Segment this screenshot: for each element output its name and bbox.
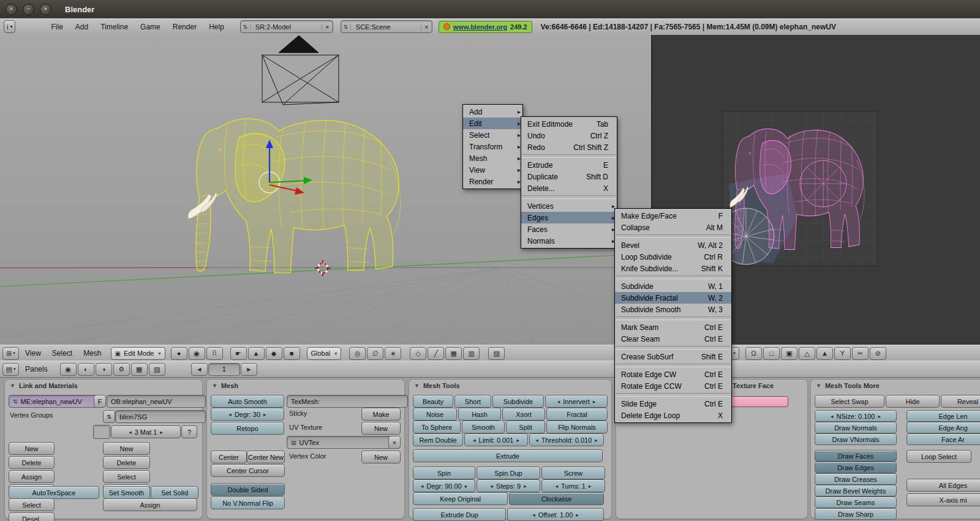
mesh-tools-more-button[interactable]: Select Swap [815, 395, 884, 408]
mesh-tools-more-button[interactable]: Draw Faces [815, 450, 897, 462]
panels-menu[interactable]: Panels [25, 365, 48, 373]
menubar-item[interactable]: Render [173, 23, 197, 31]
menu-item[interactable] [522, 154, 616, 158]
mesh-tools-button[interactable]: Spin Dup [477, 467, 540, 479]
mesh-tools-button[interactable]: Threshold: 0.010 [529, 433, 604, 446]
menu-item[interactable] [616, 346, 731, 350]
mesh-tools-button[interactable]: Rem Double [413, 433, 463, 446]
menu-item[interactable]: Select [463, 129, 522, 141]
material-color-swatch[interactable] [93, 425, 110, 439]
uv-square-icon[interactable]: □ [763, 347, 780, 360]
menubar-item[interactable]: Timeline [100, 23, 128, 31]
menu-item[interactable]: View [463, 164, 522, 176]
collapse-triangle-icon[interactable]: ▼ [414, 383, 420, 389]
vgroup-stepper[interactable]: ⇅ [103, 410, 115, 423]
menu-item[interactable]: Faces [521, 223, 617, 235]
menu-item[interactable]: Delete... X [521, 182, 617, 194]
center-new-button[interactable]: Center New [247, 451, 285, 463]
vertex-select-icon[interactable]: ▲ [248, 347, 265, 360]
menu-item[interactable]: Add [463, 106, 522, 118]
vgroup-button[interactable]: Select [9, 498, 55, 511]
vgroup-button[interactable]: Desel. [9, 512, 55, 521]
vertex-color-new-button[interactable]: New [361, 451, 401, 463]
mesh-tools-more-button[interactable]: Draw Normals [815, 422, 897, 433]
mesh-tools-more-button[interactable]: Reveal [941, 395, 980, 408]
uv-yaxis-icon[interactable]: Y [834, 347, 851, 360]
uv-face-icon[interactable]: ▣ [781, 347, 797, 360]
menu-item[interactable]: Rotate Edge CW Ctrl E [615, 369, 731, 380]
mesh-tools-button[interactable]: Screw [541, 467, 605, 479]
view3d-menu-item[interactable]: Select [52, 349, 72, 358]
mesh-tools-button[interactable]: Hash [458, 408, 501, 421]
mesh-tools-button[interactable]: Fractal [546, 408, 608, 421]
menu-item[interactable]: Edit [463, 118, 522, 129]
no-vnormal-flip-toggle[interactable]: No V.Normal Flip [211, 497, 285, 509]
sticky-make-button[interactable]: Make [361, 408, 401, 421]
center-cursor-button[interactable]: Center Cursor [211, 464, 285, 477]
uvtex-name-field[interactable]: ▤ UVTex [287, 436, 396, 449]
layers-icon[interactable]: ⠿ [206, 347, 223, 360]
object-name-field[interactable]: OB:elephan_newUV [107, 395, 206, 408]
mesh-tools-button[interactable]: Subdivide [492, 395, 544, 408]
mesh-tools-button[interactable]: Innervert [545, 395, 608, 408]
frame-stepper[interactable]: ◀ 1 ▶ [190, 363, 258, 376]
render-preview-icon[interactable]: ▨ [488, 347, 505, 360]
double-sided-toggle[interactable]: Double Sided [211, 483, 285, 496]
vgroup-button[interactable]: Assign [9, 470, 55, 483]
mesh-tools-more-button[interactable]: Draw Bevel Weights [815, 485, 897, 497]
knife-icon[interactable]: ╱ [428, 347, 444, 360]
script-buttons-icon[interactable]: ◐ [78, 363, 94, 376]
menu-item[interactable]: Exit Editmode Tab [521, 118, 617, 130]
snap-icon[interactable]: ∅ [367, 347, 383, 360]
mesh-tools-button[interactable]: Noise [413, 408, 457, 421]
frame-prev-icon[interactable]: ◀ [191, 363, 208, 376]
mesh-tools-button[interactable]: Xsort [502, 408, 545, 421]
mesh-tools-more-button[interactable]: Draw Edges [815, 462, 897, 473]
material-index-field[interactable]: 3 Mat 1 [111, 425, 181, 438]
menu-item[interactable]: Rotate Edge CCW Ctrl E [615, 380, 731, 392]
draw-extra-icon[interactable]: ◇ [410, 347, 426, 360]
mesh-tools-button[interactable]: Keep Original [413, 492, 508, 505]
editor-type-select[interactable]: ⊞ ▾ [2, 347, 19, 360]
mode-select[interactable]: ▣ Edit Mode ▾ [111, 347, 165, 360]
menu-item[interactable]: Extrude E [521, 159, 617, 171]
view3d-menu-item[interactable]: View [25, 349, 41, 358]
menu-item[interactable]: Make Edge/Face F [615, 210, 731, 222]
menu-item[interactable]: Bevel W, Alt 2 [615, 239, 731, 251]
proportional-edit-icon[interactable]: ◎ [349, 347, 366, 360]
stepper-icon[interactable]: ⇅ [13, 399, 18, 405]
mesh-tools-button[interactable]: Beauty [413, 395, 453, 408]
mesh-tools-more-button[interactable]: Draw VNormals [815, 433, 897, 445]
object-buttons-icon[interactable]: ⚙ [113, 363, 130, 376]
menu-item[interactable]: Knife Subdivide... Shift K [615, 263, 731, 274]
screen-selector[interactable]: ⇅ SR:2-Model × [240, 20, 333, 33]
mesh-tools-more-button[interactable]: Draw Creases [815, 473, 897, 485]
stepper-icon[interactable]: ⇅ [241, 24, 251, 30]
mesh-datablock-field[interactable]: ⇅ ME:elephan_newUV [9, 395, 100, 408]
menu-item[interactable]: Render [463, 176, 522, 187]
mesh-tools-button[interactable]: Clockwise [509, 492, 604, 505]
set-solid-button[interactable]: Set Solid [151, 486, 198, 499]
vgroup-button[interactable]: New [9, 442, 55, 455]
maximize-button[interactable]: + [40, 4, 51, 15]
mesh-tools-more-button[interactable]: Face Ar [907, 433, 980, 445]
menu-item[interactable]: Slide Edge Ctrl E [615, 398, 731, 410]
set-smooth-button[interactable]: Set Smooth [103, 486, 150, 499]
menu-item[interactable] [616, 364, 731, 367]
mesh-tools-more-button[interactable]: Draw Seams [815, 497, 897, 508]
mesh-tools-button[interactable]: To Sphere [413, 421, 461, 433]
edge-select-icon[interactable]: ◆ [266, 347, 282, 360]
pivot-point-icon[interactable]: ◉ [189, 347, 205, 360]
orientation-select[interactable]: Global ▾ [307, 347, 342, 360]
minimize-button[interactable]: − [23, 4, 34, 15]
material-help-button[interactable]: ? [181, 425, 197, 438]
menu-item[interactable] [616, 275, 731, 279]
menu-item[interactable]: Mesh [463, 152, 522, 164]
uv-sticky-solid-icon[interactable]: ▲ [816, 347, 833, 360]
scene-buttons-icon[interactable]: ▨ [149, 363, 165, 376]
blender-version-link[interactable]: www.blender.org 249.2 [439, 21, 532, 33]
mesh-tools-button[interactable]: Smooth [462, 421, 505, 433]
window-type-selector[interactable]: i ▾ [4, 20, 15, 33]
vgroup-button[interactable]: Delete [9, 456, 55, 469]
material-button[interactable]: Select [103, 470, 150, 483]
